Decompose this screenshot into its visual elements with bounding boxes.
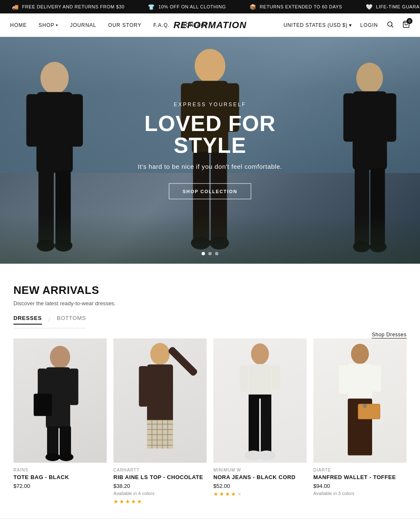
product-name-1: TOTE BAG - BLACK xyxy=(13,474,107,480)
product-variants-4: Available in 3 colors xyxy=(313,491,407,496)
truck-icon: 🚚 xyxy=(12,4,19,10)
product-stars-2: ★ ★ ★ ★ ★ xyxy=(113,498,207,505)
shirt-icon: 👕 xyxy=(148,4,155,10)
product-image-1 xyxy=(13,338,107,463)
product-image-4 xyxy=(313,338,407,463)
svg-point-27 xyxy=(50,346,70,369)
product-brand-4: DIARTE xyxy=(313,468,407,472)
product-name-3: NORA JEANS - BLACK CORD xyxy=(213,474,307,480)
announcement-text-2: 10% OFF ON ALL CLOTHING xyxy=(158,4,226,9)
svg-point-3 xyxy=(40,62,68,94)
product-price-2: $38.20 xyxy=(113,483,207,489)
svg-rect-55 xyxy=(249,397,259,453)
section-subtitle: Discover the latest ready-to-wear dresse… xyxy=(13,300,407,307)
hero-grass xyxy=(0,213,420,264)
svg-rect-51 xyxy=(249,364,271,396)
product-card-1[interactable]: RAINS TOTE BAG - BLACK $72.00 xyxy=(13,338,107,505)
product-figure-4 xyxy=(313,338,407,463)
site-logo[interactable]: REFORMATION xyxy=(173,20,247,31)
product-variants-2: Available in 4 colors xyxy=(113,491,207,496)
hero-dot-2[interactable] xyxy=(208,252,212,255)
announcement-text-4: LIFE-TIME GUARANTEE xyxy=(376,4,420,9)
nav-login[interactable]: LOGIN xyxy=(360,22,378,28)
star-2: ★ xyxy=(219,491,224,497)
tab-bottoms[interactable]: BOTTOMS xyxy=(57,315,86,325)
star-3: ★ xyxy=(125,498,130,505)
heart-icon: 🤍 xyxy=(366,4,373,10)
nav-our-story[interactable]: OUR STORY xyxy=(108,22,142,28)
svg-rect-33 xyxy=(34,394,52,416)
announcement-bar: 🚚 FREE DELIVERY AND RETURNS FROM $30 👕 1… xyxy=(0,0,420,13)
search-icon[interactable] xyxy=(386,21,394,30)
svg-rect-30 xyxy=(69,369,78,405)
product-image-2 xyxy=(113,338,207,463)
cart-count: 0 xyxy=(407,18,412,24)
new-arrivals-section: NEW ARRIVALS Discover the latest ready-t… xyxy=(0,264,420,518)
svg-rect-14 xyxy=(385,93,396,141)
svg-rect-53 xyxy=(272,365,280,390)
hero-title: LOVED FOR STYLE xyxy=(105,113,315,156)
announcement-item: 📦 RETURNS EXTENDED TO 60 DAYS xyxy=(238,4,354,10)
star-1: ★ xyxy=(213,491,218,497)
section-tabs: DRESSES / BOTTOMS xyxy=(13,315,86,328)
nav-faq[interactable]: F.A.Q. xyxy=(153,22,170,28)
nav-home[interactable]: HOME xyxy=(10,22,27,28)
box-icon: 📦 xyxy=(249,4,257,10)
product-price-4: $94.00 xyxy=(313,483,407,489)
svg-point-35 xyxy=(59,453,74,461)
star-1: ★ xyxy=(113,498,118,505)
svg-point-50 xyxy=(251,343,269,364)
product-card-2[interactable]: CARHARTT RIB AINE LS TOP - CHOCOLATE $38… xyxy=(113,338,207,505)
svg-rect-39 xyxy=(139,366,148,407)
shop-all-link[interactable]: Shop Dresses xyxy=(372,332,407,338)
hero-dot-3[interactable] xyxy=(215,252,218,255)
bottom-banner: * FEEL AUTHENTIC * FEEL TRE xyxy=(0,518,420,524)
nav-journal[interactable]: JOURNAL xyxy=(70,22,97,28)
svg-rect-62 xyxy=(372,365,381,392)
country-selector[interactable]: UNITED STATES (USD $) ▾ xyxy=(284,22,352,28)
announcement-item: 🤍 LIFE-TIME GUARANTEE xyxy=(354,4,420,10)
product-figure-1 xyxy=(13,338,107,463)
svg-point-58 xyxy=(257,451,276,460)
star-3: ★ xyxy=(225,491,230,497)
hero-section: EXPRESS YOURSELF LOVED FOR STYLE It's ha… xyxy=(0,37,420,264)
cart-button[interactable]: 0 xyxy=(402,21,410,30)
hero-dots xyxy=(202,252,218,255)
svg-point-19 xyxy=(194,49,225,83)
svg-rect-4 xyxy=(37,92,73,173)
product-brand-1: RAINS xyxy=(13,468,107,472)
section-tabs-row: DRESSES / BOTTOMS Shop Dresses xyxy=(13,315,407,338)
navbar: HOME SHOP ▾ JOURNAL OUR STORY F.A.Q. CON… xyxy=(0,13,420,37)
product-figure-2 xyxy=(113,338,207,463)
svg-rect-65 xyxy=(359,405,379,419)
svg-rect-5 xyxy=(26,94,39,147)
product-brand-3: MINIMUM W xyxy=(213,468,307,472)
hero-eyebrow: EXPRESS YOURSELF xyxy=(105,102,315,107)
svg-rect-56 xyxy=(261,397,271,453)
hero-cta-button[interactable]: SHOP COLLECTION xyxy=(169,183,251,199)
hero-dot-1[interactable] xyxy=(202,252,205,255)
nav-shop[interactable]: SHOP ▾ xyxy=(39,22,58,28)
tab-dresses[interactable]: DRESSES xyxy=(13,315,42,325)
star-4: ★ xyxy=(231,491,236,497)
section-title: NEW ARRIVALS xyxy=(13,284,407,297)
product-stars-3: ★ ★ ★ ★ ★ xyxy=(213,491,307,497)
svg-rect-61 xyxy=(339,365,348,394)
svg-rect-6 xyxy=(71,94,83,147)
star-5: ★ xyxy=(137,498,142,505)
chevron-down-icon-country: ▾ xyxy=(349,22,352,28)
svg-point-36 xyxy=(150,343,170,365)
svg-rect-38 xyxy=(147,364,173,430)
product-card-4[interactable]: DIARTE MANFRED WALLET - TOFFEE $94.00 Av… xyxy=(313,338,407,505)
svg-point-34 xyxy=(45,453,60,461)
product-brand-2: CARHARTT xyxy=(113,468,207,472)
star-4: ★ xyxy=(131,498,136,505)
svg-point-59 xyxy=(351,344,369,364)
star-5-empty: ★ xyxy=(237,491,242,497)
product-image-3 xyxy=(213,338,307,463)
svg-point-66 xyxy=(363,404,367,408)
announcement-text-1: FREE DELIVERY AND RETURNS FROM $30 xyxy=(22,4,125,9)
product-name-4: MANFRED WALLET - TOFFEE xyxy=(313,474,407,480)
product-price-3: $52.00 xyxy=(213,483,307,489)
product-card-3[interactable]: MINIMUM W NORA JEANS - BLACK CORD $52.00… xyxy=(213,338,307,505)
